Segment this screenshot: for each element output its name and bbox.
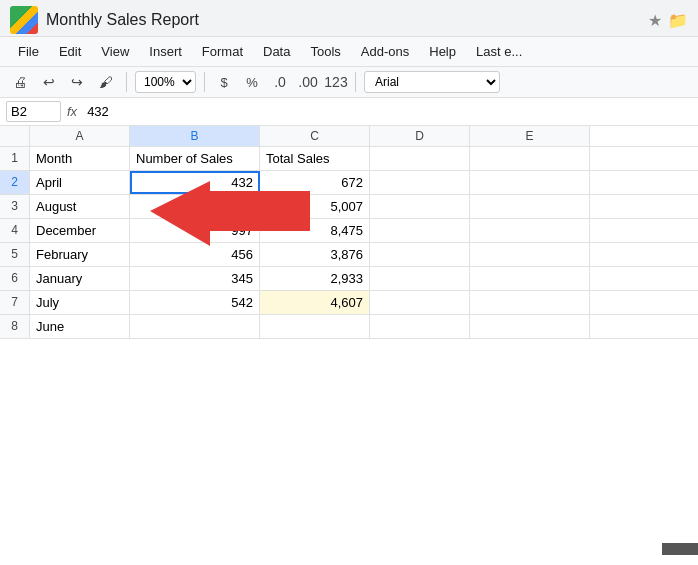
- title-bar: Monthly Sales Report ★ 📁: [0, 0, 698, 37]
- menu-item-data[interactable]: Data: [255, 40, 298, 63]
- paint-format-button[interactable]: 🖌: [94, 71, 118, 93]
- toolbar-separator-2: [204, 72, 205, 92]
- cell-c8[interactable]: [260, 315, 370, 338]
- cell-a7[interactable]: July: [30, 291, 130, 314]
- print-button[interactable]: 🖨: [8, 71, 32, 93]
- app-logo: [10, 6, 38, 34]
- cell-b4[interactable]: 997: [130, 219, 260, 242]
- cell-c4[interactable]: 8,475: [260, 219, 370, 242]
- menu-item-insert[interactable]: Insert: [141, 40, 190, 63]
- cell-b6[interactable]: 345: [130, 267, 260, 290]
- formula-bar: fx: [0, 98, 698, 126]
- cell-c2[interactable]: 672: [260, 171, 370, 194]
- undo-button[interactable]: ↩: [38, 71, 60, 93]
- cell-e4[interactable]: [470, 219, 590, 242]
- cell-a1[interactable]: Month: [30, 147, 130, 170]
- cell-a6[interactable]: January: [30, 267, 130, 290]
- menu-item-format[interactable]: Format: [194, 40, 251, 63]
- cell-c1[interactable]: Total Sales: [260, 147, 370, 170]
- menu-item-view[interactable]: View: [93, 40, 137, 63]
- cell-e6[interactable]: [470, 267, 590, 290]
- cell-e8[interactable]: [470, 315, 590, 338]
- row-num-5: 5: [0, 243, 30, 266]
- cell-c5[interactable]: 3,876: [260, 243, 370, 266]
- col-header-c[interactable]: C: [260, 126, 370, 146]
- row-num-header: [0, 126, 30, 146]
- cell-d5[interactable]: [370, 243, 470, 266]
- zoom-select[interactable]: 100% 75% 125%: [135, 71, 196, 93]
- toolbar-separator-1: [126, 72, 127, 92]
- cell-d4[interactable]: [370, 219, 470, 242]
- cell-b2[interactable]: 432: [130, 171, 260, 194]
- cell-b8[interactable]: [130, 315, 260, 338]
- currency-button[interactable]: $: [213, 71, 235, 93]
- table-row: 7 July 542 4,607: [0, 291, 698, 315]
- cell-c7[interactable]: 4,607: [260, 291, 370, 314]
- table-row: 3 August 589 5,007: [0, 195, 698, 219]
- decimal-increase-button[interactable]: .00: [297, 71, 319, 93]
- spreadsheet: A B C D E 1 Month Number of Sales Total …: [0, 126, 698, 339]
- toolbar: 🖨 ↩ ↪ 🖌 100% 75% 125% $ % .0 .00 123 Ari…: [0, 67, 698, 98]
- cell-e2[interactable]: [470, 171, 590, 194]
- cell-a4[interactable]: December: [30, 219, 130, 242]
- cell-c3[interactable]: 5,007: [260, 195, 370, 218]
- cell-c6[interactable]: 2,933: [260, 267, 370, 290]
- formula-input[interactable]: [83, 102, 692, 121]
- cell-e3[interactable]: [470, 195, 590, 218]
- table-row: 8 June: [0, 315, 698, 339]
- cell-b5[interactable]: 456: [130, 243, 260, 266]
- star-icon[interactable]: ★: [648, 11, 662, 30]
- percent-button[interactable]: %: [241, 71, 263, 93]
- cell-d3[interactable]: [370, 195, 470, 218]
- cell-b3[interactable]: 589: [130, 195, 260, 218]
- row-num-6: 6: [0, 267, 30, 290]
- redo-button[interactable]: ↪: [66, 71, 88, 93]
- cell-a3[interactable]: August: [30, 195, 130, 218]
- row-num-7: 7: [0, 291, 30, 314]
- spreadsheet-wrapper: A B C D E 1 Month Number of Sales Total …: [0, 126, 698, 339]
- menu-item-help[interactable]: Help: [421, 40, 464, 63]
- row-num-8: 8: [0, 315, 30, 338]
- cell-d1[interactable]: [370, 147, 470, 170]
- col-header-e[interactable]: E: [470, 126, 590, 146]
- row-num-4: 4: [0, 219, 30, 242]
- document-title: Monthly Sales Report: [46, 11, 640, 29]
- cell-a5[interactable]: February: [30, 243, 130, 266]
- row-num-2: 2: [0, 171, 30, 194]
- cell-a2[interactable]: April: [30, 171, 130, 194]
- cell-b7[interactable]: 542: [130, 291, 260, 314]
- title-icons: ★ 📁: [648, 11, 688, 30]
- cell-e1[interactable]: [470, 147, 590, 170]
- cell-b1[interactable]: Number of Sales: [130, 147, 260, 170]
- cell-d6[interactable]: [370, 267, 470, 290]
- menu-item-add-ons[interactable]: Add-ons: [353, 40, 417, 63]
- menu-bar: FileEditViewInsertFormatDataToolsAdd-ons…: [0, 37, 698, 67]
- cell-e7[interactable]: [470, 291, 590, 314]
- table-row: 2 April 432 672: [0, 171, 698, 195]
- number-format-button[interactable]: 123: [325, 71, 347, 93]
- col-header-d[interactable]: D: [370, 126, 470, 146]
- fx-label: fx: [67, 104, 77, 119]
- row-num-1: 1: [0, 147, 30, 170]
- col-header-b[interactable]: B: [130, 126, 260, 146]
- font-select[interactable]: Arial Verdana Times New Roman: [364, 71, 500, 93]
- toolbar-separator-3: [355, 72, 356, 92]
- col-header-a[interactable]: A: [30, 126, 130, 146]
- cell-d8[interactable]: [370, 315, 470, 338]
- cell-reference-input[interactable]: [6, 101, 61, 122]
- cell-a8[interactable]: June: [30, 315, 130, 338]
- menu-item-edit[interactable]: Edit: [51, 40, 89, 63]
- cell-d7[interactable]: [370, 291, 470, 314]
- table-row: 6 January 345 2,933: [0, 267, 698, 291]
- table-row: 1 Month Number of Sales Total Sales: [0, 147, 698, 171]
- menu-item-last-e---[interactable]: Last e...: [468, 40, 530, 63]
- menu-item-file[interactable]: File: [10, 40, 47, 63]
- menu-item-tools[interactable]: Tools: [302, 40, 348, 63]
- cell-d2[interactable]: [370, 171, 470, 194]
- table-row: 4 December 997 8,475: [0, 219, 698, 243]
- folder-icon[interactable]: 📁: [668, 11, 688, 30]
- table-row: 5 February 456 3,876: [0, 243, 698, 267]
- decimal-decrease-button[interactable]: .0: [269, 71, 291, 93]
- cell-e5[interactable]: [470, 243, 590, 266]
- column-headers: A B C D E: [0, 126, 698, 147]
